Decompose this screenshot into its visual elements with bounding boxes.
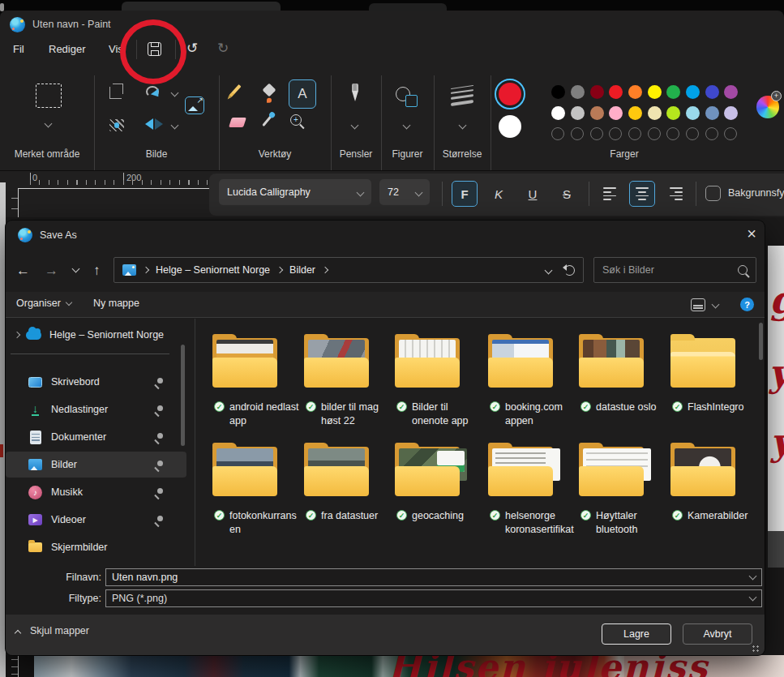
- breadcrumb-current[interactable]: Bilder: [289, 264, 315, 276]
- align-left-button[interactable]: [597, 181, 623, 207]
- palette-color[interactable]: [648, 106, 662, 120]
- folder-label[interactable]: ✓fra datastuer: [306, 509, 390, 523]
- palette-empty-slot[interactable]: [686, 127, 699, 140]
- chevron-down-icon[interactable]: [45, 120, 53, 128]
- palette-empty-slot[interactable]: [571, 127, 584, 140]
- folder-item[interactable]: [393, 334, 461, 388]
- palette-empty-slot[interactable]: [648, 127, 661, 140]
- filetype-dropdown[interactable]: PNG (*.png): [105, 589, 762, 607]
- folder-item[interactable]: [577, 443, 645, 496]
- background-fill-checkbox[interactable]: [705, 186, 721, 201]
- menu-file[interactable]: Fil: [13, 43, 24, 55]
- folder-item[interactable]: [486, 334, 555, 388]
- folder-item[interactable]: [669, 334, 737, 388]
- eraser-tool-button[interactable]: [230, 118, 245, 127]
- palette-color[interactable]: [705, 85, 719, 99]
- color2-swatch[interactable]: [499, 115, 521, 138]
- chevron-down-icon[interactable]: [459, 122, 467, 130]
- forward-button[interactable]: →: [45, 263, 58, 279]
- folder-item[interactable]: [211, 334, 279, 388]
- folder-label[interactable]: ✓geocaching: [396, 509, 481, 523]
- cancel-button[interactable]: Avbryt: [683, 623, 752, 645]
- palette-empty-slot[interactable]: [724, 127, 737, 140]
- breadcrumb-root[interactable]: Helge – Seniornett Norge: [156, 264, 270, 276]
- palette-color[interactable]: [705, 106, 719, 120]
- pin-icon[interactable]: [153, 377, 164, 388]
- pin-icon[interactable]: [153, 405, 164, 415]
- shapes-button[interactable]: [396, 87, 418, 108]
- font-family-dropdown[interactable]: Lucida Calligraphy: [219, 179, 371, 205]
- sidebar-item-downloads[interactable]: ↓ Nedlastinger: [6, 396, 186, 422]
- palette-color[interactable]: [628, 106, 642, 120]
- chevron-down-icon[interactable]: [403, 122, 411, 130]
- size-button[interactable]: [451, 85, 473, 106]
- folder-label[interactable]: ✓FlashIntegro: [672, 401, 756, 414]
- folder-label[interactable]: ✓fotokonkurransen: [214, 509, 298, 536]
- help-button[interactable]: ?: [740, 298, 754, 311]
- folder-item[interactable]: [577, 334, 645, 388]
- folder-label[interactable]: ✓Kamerabilder: [672, 509, 756, 523]
- folder-label[interactable]: ✓Bilder til onenote app: [396, 401, 481, 427]
- palette-empty-slot[interactable]: [590, 127, 603, 140]
- expand-chevron-icon[interactable]: [14, 332, 20, 338]
- palette-color[interactable]: [551, 85, 565, 99]
- pin-icon[interactable]: [153, 515, 164, 525]
- address-dropdown-chevron[interactable]: [545, 266, 553, 274]
- chevron-down-icon[interactable]: [351, 122, 359, 130]
- palette-color[interactable]: [571, 106, 585, 120]
- sidebar-item-screenshots[interactable]: Skjermbilder: [6, 534, 186, 560]
- folder-item[interactable]: [211, 443, 279, 496]
- palette-color[interactable]: [648, 85, 662, 99]
- palette-color[interactable]: [590, 106, 604, 120]
- content-scrollbar[interactable]: [759, 323, 763, 360]
- sidebar-item-pictures-selected[interactable]: Bilder: [6, 452, 186, 478]
- magnifier-tool-button[interactable]: [290, 114, 302, 126]
- palette-color[interactable]: [724, 106, 738, 120]
- palette-empty-slot[interactable]: [609, 127, 622, 140]
- palette-color[interactable]: [724, 85, 738, 99]
- close-button[interactable]: ×: [739, 222, 764, 245]
- chevron-up-icon[interactable]: [15, 630, 21, 636]
- italic-button[interactable]: K: [486, 181, 512, 207]
- folder-label[interactable]: ✓helsenorge koronasertifikat: [490, 509, 574, 536]
- palette-color[interactable]: [666, 106, 680, 120]
- fill-tool-button[interactable]: [264, 85, 274, 95]
- sidebar-item-partial[interactable]: [6, 562, 186, 566]
- palette-color[interactable]: [628, 85, 642, 99]
- folder-item[interactable]: [669, 443, 737, 496]
- palette-color[interactable]: [686, 85, 700, 99]
- palette-color[interactable]: [609, 85, 623, 99]
- save-confirm-button[interactable]: Lagre: [602, 623, 671, 645]
- align-center-button[interactable]: [629, 181, 655, 207]
- palette-color[interactable]: [571, 85, 585, 99]
- color1-swatch[interactable]: [499, 83, 521, 105]
- organize-menu[interactable]: Organiser: [16, 298, 71, 309]
- palette-empty-slot[interactable]: [551, 127, 564, 140]
- folder-item[interactable]: [393, 443, 461, 496]
- palette-color[interactable]: [551, 106, 565, 120]
- up-button[interactable]: ↑: [93, 263, 101, 279]
- pencil-tool-button[interactable]: [233, 84, 237, 98]
- palette-empty-slot[interactable]: [666, 127, 679, 140]
- recent-locations-chevron[interactable]: [72, 265, 80, 273]
- search-input[interactable]: [602, 264, 738, 276]
- search-box[interactable]: [593, 257, 756, 283]
- resize-grip[interactable]: [752, 645, 760, 653]
- rotate-button[interactable]: [146, 86, 159, 97]
- flip-button[interactable]: [144, 118, 164, 131]
- transparent-selection-button[interactable]: [109, 119, 124, 131]
- palette-color[interactable]: [686, 106, 700, 120]
- folder-label[interactable]: ✓bilder til mag høst 22: [306, 401, 390, 427]
- chevron-down-icon[interactable]: [171, 122, 179, 130]
- folder-label[interactable]: ✓booking.com appen: [490, 401, 574, 427]
- strikethrough-button[interactable]: S: [554, 181, 580, 207]
- folder-label[interactable]: ✓Høyttaler bluetooth: [581, 509, 665, 536]
- bold-button[interactable]: F: [452, 181, 478, 207]
- back-button[interactable]: ←: [16, 263, 30, 279]
- sidebar-item-onedrive[interactable]: Helge – Seniornett Norge: [6, 322, 186, 348]
- folder-label[interactable]: ✓datastue oslo: [581, 401, 665, 414]
- palette-color[interactable]: [666, 85, 680, 99]
- crop-button[interactable]: [109, 87, 122, 99]
- filename-combobox[interactable]: [105, 568, 762, 586]
- menu-edit[interactable]: Rediger: [49, 43, 86, 55]
